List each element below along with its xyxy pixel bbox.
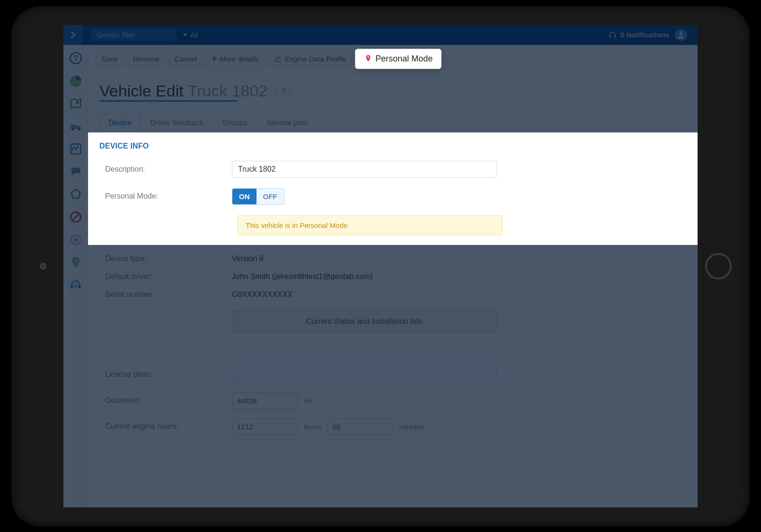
svg-rect-1: [614, 35, 615, 37]
device-info-heading: DEVICE INFO: [99, 142, 686, 150]
sidebar-item-help[interactable]: ?: [63, 47, 88, 70]
svg-line-11: [72, 214, 79, 220]
sidebar-item-map[interactable]: [63, 92, 88, 115]
current-status-button[interactable]: Current Status and Installation Info: [232, 310, 497, 333]
sidebar-item-settings[interactable]: [63, 228, 88, 251]
tab-device[interactable]: Device: [99, 113, 141, 132]
svg-point-13: [74, 259, 77, 262]
activity-icon: [69, 142, 82, 156]
svg-rect-6: [70, 124, 77, 129]
sidebar-item-support[interactable]: G: [63, 274, 88, 297]
more-details-label: More details: [220, 55, 258, 63]
tab-groups[interactable]: Groups: [213, 113, 256, 132]
engine-data-label: Engine Data Profile: [285, 55, 346, 63]
polygon-icon: [69, 188, 82, 201]
tabs: Device Driver feedback Groups Service pl…: [88, 107, 698, 132]
gear-icon: [69, 233, 82, 246]
description-input[interactable]: [232, 161, 497, 178]
personal-mode-button[interactable]: Personal Mode: [355, 49, 442, 69]
personal-mode-label: Personal Mode:: [99, 192, 232, 201]
minutes-unit: minutes: [399, 423, 425, 431]
sidebar-item-chat[interactable]: [63, 160, 88, 183]
map-icon: [69, 97, 82, 110]
tablet-frame: Groups filter All 0 Notifications ?: [11, 6, 750, 526]
sidebar-item-vehicles[interactable]: [63, 115, 88, 138]
person-icon: [676, 30, 686, 40]
svg-rect-15: [78, 285, 80, 288]
tab-service-plan[interactable]: Service plan: [257, 113, 317, 132]
map-pin-icon: [364, 54, 372, 63]
toggle-on[interactable]: ON: [232, 189, 257, 204]
user-avatar[interactable]: [675, 29, 687, 41]
expand-sidebar-button[interactable]: [63, 25, 82, 45]
top-bar: Groups filter All 0 Notifications: [63, 25, 698, 45]
license-plate-label: License plate:: [99, 370, 232, 379]
main-content: Save Remove Cancel + More details Engine…: [88, 45, 698, 507]
page-title-text: Vehicle Edit: [99, 82, 188, 100]
app-screen: Groups filter All 0 Notifications ?: [63, 25, 698, 507]
svg-rect-14: [71, 285, 73, 288]
svg-point-17: [367, 56, 369, 58]
left-sidebar: ?: [63, 45, 88, 507]
sidebar-item-rules[interactable]: [63, 206, 88, 228]
personal-mode-note: This vehicle is in Personal Mode.: [238, 215, 503, 235]
sidebar-item-dashboard[interactable]: [63, 70, 88, 92]
help-circle-icon: ?: [69, 52, 82, 65]
plus-icon: +: [212, 54, 217, 64]
default-driver-label: Default driver:: [99, 272, 232, 281]
svg-text:G: G: [73, 282, 77, 288]
front-camera: [40, 263, 46, 270]
odometer-unit: mi: [304, 397, 311, 405]
groups-all-label: All: [190, 31, 198, 39]
title-underline-accent: [99, 100, 238, 102]
page-title: Vehicle Edit Truck 1802 ?: [88, 73, 698, 100]
sidebar-item-marketplace[interactable]: [63, 251, 88, 274]
engine-hours-label: Current engine hours:: [99, 422, 232, 431]
tab-driver-feedback[interactable]: Driver feedback: [142, 113, 212, 132]
device-info-dimmed: Device type: Version 8 Default driver: J…: [88, 254, 698, 435]
description-label: Description:: [99, 165, 232, 174]
svg-text:?: ?: [73, 53, 78, 62]
truck-icon: [69, 120, 82, 133]
chevron-right-icon: [69, 31, 77, 39]
headset-icon: [608, 31, 617, 39]
odometer-input[interactable]: [232, 392, 298, 409]
chevron-down-icon: [183, 34, 187, 36]
personal-mode-label: Personal Mode: [375, 54, 433, 64]
license-plate-input[interactable]: [232, 366, 497, 383]
more-details-button[interactable]: + More details: [206, 51, 265, 67]
svg-point-2: [680, 32, 683, 35]
cancel-button[interactable]: Cancel: [168, 52, 203, 66]
svg-point-8: [78, 128, 80, 131]
chat-icon: [69, 165, 82, 178]
headset-g-icon: G: [69, 279, 82, 292]
home-button[interactable]: [705, 253, 732, 279]
svg-rect-0: [609, 35, 611, 37]
odometer-label: Odometer:: [99, 396, 232, 405]
page-title-sub: Truck 1802: [188, 82, 268, 100]
engine-hours-input[interactable]: [232, 419, 298, 435]
save-button[interactable]: Save: [96, 52, 124, 66]
remove-button[interactable]: Remove: [127, 52, 166, 66]
notifications-button[interactable]: 0 Notifications: [608, 31, 669, 39]
device-type-label: Device type:: [99, 254, 232, 263]
svg-point-5: [76, 101, 79, 104]
engine-data-button[interactable]: Engine Data Profile: [267, 51, 352, 66]
toggle-off[interactable]: OFF: [257, 189, 284, 204]
device-type-value: Version 8: [232, 254, 264, 263]
groups-filter-input[interactable]: Groups filter: [91, 28, 176, 41]
engine-minutes-input[interactable]: [327, 419, 394, 435]
personal-mode-toggle[interactable]: ON OFF: [232, 188, 284, 205]
pie-chart-icon: [69, 74, 82, 87]
svg-point-7: [71, 128, 74, 131]
sidebar-item-zones[interactable]: [63, 183, 88, 206]
prohibited-icon: [69, 210, 82, 224]
page-title-help-button[interactable]: ?: [277, 86, 290, 99]
svg-point-12: [73, 237, 77, 241]
action-toolbar: Save Remove Cancel + More details Engine…: [88, 45, 698, 73]
sidebar-item-activity[interactable]: [63, 138, 88, 160]
groups-all-dropdown[interactable]: All: [183, 31, 198, 39]
device-info-panel: DEVICE INFO Description: Personal Mode: …: [88, 132, 698, 245]
map-pin-multi-icon: [69, 256, 82, 269]
notifications-label: 0 Notifications: [620, 31, 669, 39]
